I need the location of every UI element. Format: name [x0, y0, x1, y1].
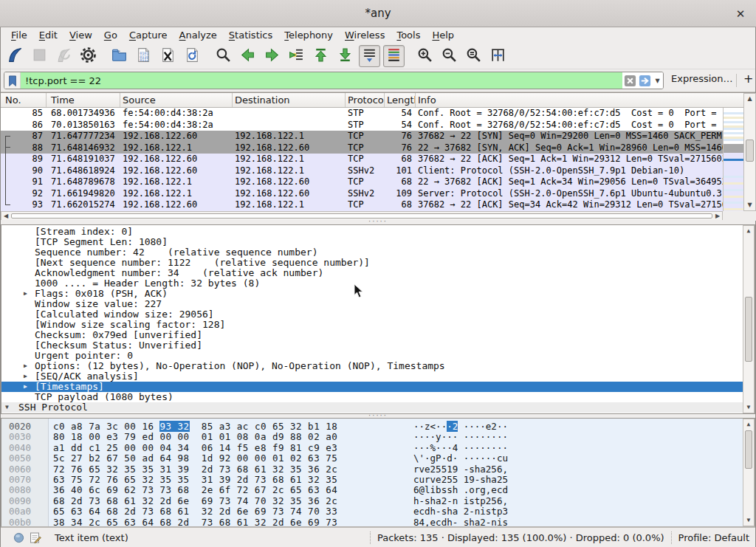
scroll-up-arrow-icon[interactable]: ▲	[743, 226, 754, 236]
resize-columns-button[interactable]	[487, 45, 509, 67]
detail-line[interactable]: Checksum: 0x79ed [unverified]	[1, 330, 744, 340]
filter-history-dropdown[interactable]: ▼	[652, 72, 663, 89]
hex-row[interactable]: 006072 76 65 32 35 35 31 39 2d 73 68 61 …	[1, 464, 744, 475]
go-last-button[interactable]	[334, 45, 356, 67]
expander-icon[interactable]: ▶	[24, 289, 27, 299]
save-file-button[interactable]: 010101100112	[133, 45, 154, 67]
scroll-down-arrow-icon[interactable]: ▼	[744, 200, 755, 210]
detail-line[interactable]: [Stream index: 0]	[1, 227, 744, 237]
detail-line[interactable]: ▶[Timestamps]	[1, 382, 744, 392]
scrollbar-thumb[interactable]	[746, 140, 754, 162]
packet-row-89[interactable]: 8971.648191037192.168.122.60192.168.122.…	[1, 154, 723, 165]
packet-row-92[interactable]: 9271.661949820192.168.122.1192.168.122.6…	[1, 188, 723, 200]
detail-line[interactable]: ▶[SEQ/ACK analysis]	[1, 371, 744, 382]
hex-row[interactable]: 007063 75 72 76 65 32 35 35 31 39 2d 73 …	[1, 475, 744, 485]
detail-line[interactable]: [TCP Segment Len: 1080]	[1, 237, 744, 247]
packet-row-86[interactable]: 8670.013850163fe:54:00:d4:38:2aSTP54Conf…	[1, 120, 723, 131]
scroll-up-arrow-icon[interactable]: ▲	[744, 94, 755, 104]
menu-analyze[interactable]: Analyze	[173, 28, 223, 42]
scrollbar-thumb[interactable]	[11, 213, 712, 219]
close-file-button[interactable]	[157, 45, 179, 67]
expression-button[interactable]: Expression…	[671, 73, 733, 84]
column-header[interactable]: Length	[385, 93, 416, 107]
intelligent-scrollbar-minimap[interactable]	[723, 108, 743, 211]
menu-statistics[interactable]: Statistics	[223, 28, 278, 42]
menu-telephony[interactable]: Telephony	[278, 28, 339, 42]
display-filter-input[interactable]: !tcp.port == 22	[21, 72, 622, 89]
menu-view[interactable]: View	[63, 28, 98, 42]
filter-apply-button[interactable]	[637, 72, 652, 89]
hex-row[interactable]: 0020c0 a8 7a 3c 00 16 93 32 85 a3 ac c0 …	[1, 422, 744, 432]
bookmark-icon[interactable]	[4, 72, 21, 89]
scroll-down-arrow-icon[interactable]: ▼	[743, 515, 754, 526]
detail-line[interactable]: [Calculated window size: 29056]	[1, 309, 744, 320]
hex-row[interactable]: 00505c 27 b2 67 50 ad 64 98 1d 92 00 00 …	[1, 453, 744, 464]
column-header[interactable]: No.	[1, 93, 47, 107]
expander-icon[interactable]: ▶	[24, 371, 27, 382]
stop-capture-button[interactable]	[29, 45, 50, 67]
detail-line[interactable]: Window size value: 227	[1, 299, 744, 309]
packet-list-vertical-scrollbar[interactable]: ▲ ▼	[743, 93, 756, 211]
detail-line[interactable]: ▶Options: (12 bytes), No-Operation (NOP)…	[1, 361, 744, 371]
auto-scroll-button[interactable]	[359, 45, 380, 67]
scroll-up-arrow-icon[interactable]: ▲	[743, 419, 754, 430]
column-header[interactable]: Source	[120, 93, 233, 107]
zoom-out-button[interactable]	[439, 45, 460, 67]
column-header[interactable]: Destination	[233, 93, 346, 107]
capture-comment-icon[interactable]	[30, 531, 42, 544]
restart-capture-button[interactable]	[53, 45, 75, 67]
detail-line[interactable]: TCP payload (1080 bytes)	[1, 392, 744, 402]
column-header[interactable]: Protocol	[346, 93, 385, 107]
scrollbar-thumb[interactable]	[745, 297, 752, 362]
menu-help[interactable]: Help	[426, 28, 460, 42]
go-to-packet-button[interactable]	[286, 45, 307, 67]
close-button[interactable]: ✕	[732, 6, 749, 22]
open-file-button[interactable]	[109, 45, 130, 67]
detail-line[interactable]: Urgent pointer: 0	[1, 351, 744, 361]
scrollbar-thumb[interactable]	[745, 430, 752, 469]
zoom-original-button[interactable]	[463, 45, 484, 67]
go-first-button[interactable]	[310, 45, 331, 67]
detail-line[interactable]: 1000 .... = Header Length: 32 bytes (8)	[1, 278, 744, 289]
display-filter-field[interactable]: !tcp.port == 22 ▼	[4, 72, 664, 89]
detail-line[interactable]: [Window size scaling factor: 128]	[1, 320, 744, 330]
packet-row-85[interactable]: 8568.001734936fe:54:00:d4:38:2aSTP54Conf…	[1, 108, 723, 120]
column-header[interactable]: Time	[47, 93, 120, 107]
packet-row-88[interactable]: 8871.648146932192.168.122.1192.168.122.6…	[1, 142, 723, 154]
find-packet-button[interactable]	[213, 45, 234, 67]
bytes-vertical-scrollbar[interactable]: ▲ ▼	[743, 419, 755, 526]
capture-options-button[interactable]	[78, 45, 99, 67]
filter-clear-button[interactable]	[622, 72, 637, 89]
zoom-in-button[interactable]	[414, 45, 436, 67]
reload-file-button[interactable]	[182, 45, 203, 67]
expander-icon[interactable]: ▶	[24, 382, 27, 392]
start-capture-button[interactable]	[4, 45, 26, 67]
detail-line[interactable]: [Next sequence number: 1122 (relative se…	[1, 258, 744, 268]
colorize-packets-button[interactable]	[383, 45, 405, 67]
hex-row[interactable]: 008036 40 6c 69 62 73 73 68 2e 6f 72 67 …	[1, 485, 744, 495]
menu-file[interactable]: File	[5, 28, 33, 42]
title-bar[interactable]: *any ✕	[0, 0, 756, 27]
expert-info-icon[interactable]	[13, 532, 24, 543]
profile-status[interactable]: Profile: Default	[678, 532, 749, 543]
scroll-right-arrow-icon[interactable]: ▶	[713, 212, 722, 220]
menu-go[interactable]: Go	[98, 28, 123, 42]
hex-row[interactable]: 00a065 63 64 68 2d 73 68 61 32 2d 6e 69 …	[1, 506, 744, 517]
detail-line[interactable]: Acknowledgment number: 34 (relative ack …	[1, 268, 744, 278]
details-vertical-scrollbar[interactable]: ▲ ▼	[743, 225, 755, 413]
hex-row[interactable]: 009068 2d 73 68 61 32 2d 6e 69 73 74 70 …	[1, 496, 744, 506]
detail-line[interactable]: Sequence number: 42 (relative sequence n…	[1, 247, 744, 258]
column-header[interactable]: Info	[416, 93, 740, 107]
detail-line[interactable]: [Checksum Status: Unverified]	[1, 340, 744, 351]
add-filter-button[interactable]: +	[743, 72, 753, 86]
packet-row-87[interactable]: 8771.647777234192.168.122.60192.168.122.…	[1, 131, 723, 142]
hex-row[interactable]: 0040a1 dd c1 25 00 00 04 34 06 14 f5 e8 …	[1, 443, 744, 453]
menu-tools[interactable]: Tools	[391, 28, 426, 42]
go-back-button[interactable]	[237, 45, 258, 67]
hex-row[interactable]: 00b038 34 2c 65 63 64 68 2d 73 68 61 32 …	[1, 517, 744, 527]
menu-edit[interactable]: Edit	[33, 28, 63, 42]
packet-row-93[interactable]: 9371.662015274192.168.122.60192.168.122.…	[1, 199, 723, 211]
expander-icon[interactable]: ▶	[24, 361, 27, 371]
detail-line[interactable]: ▶Flags: 0x018 (PSH, ACK)	[1, 289, 744, 299]
scroll-down-arrow-icon[interactable]: ▼	[743, 402, 754, 413]
